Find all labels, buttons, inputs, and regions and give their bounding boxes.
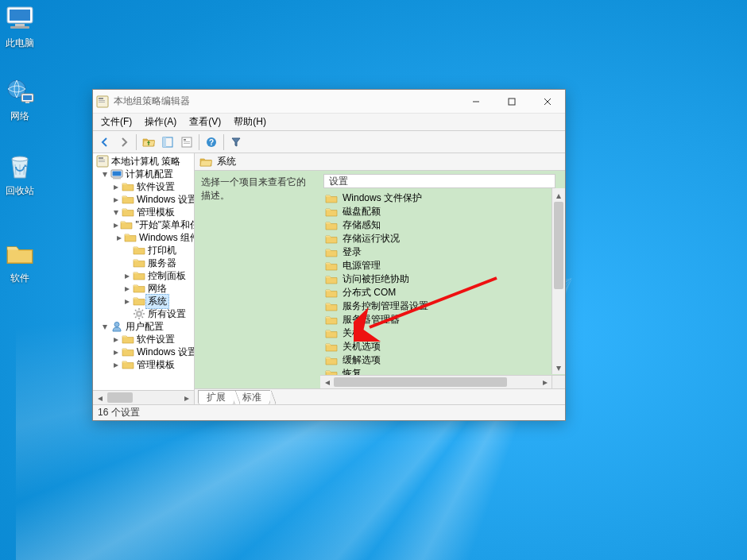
list-item[interactable]: Windows 文件保护 bbox=[323, 191, 551, 205]
list-item[interactable]: 关机选项 bbox=[323, 340, 551, 353]
show-hide-tree-button[interactable] bbox=[159, 133, 176, 151]
expand-icon[interactable]: ▸ bbox=[112, 195, 120, 203]
tree-user-config[interactable]: ▾ 用户配置 bbox=[96, 320, 195, 333]
expand-icon[interactable]: ▸ bbox=[112, 183, 120, 191]
close-button[interactable] bbox=[529, 90, 565, 113]
scroll-thumb[interactable] bbox=[107, 392, 133, 403]
svg-rect-29 bbox=[509, 98, 515, 105]
column-header-settings[interactable]: 设置 bbox=[323, 174, 555, 188]
tree-user-admin-templates[interactable]: ▸ 管理模板 bbox=[96, 358, 195, 371]
forward-button[interactable] bbox=[115, 133, 133, 151]
expand-icon[interactable]: ▸ bbox=[116, 234, 122, 241]
tree-control-panel[interactable]: ▸ 控制面板 bbox=[96, 269, 195, 282]
menu-action[interactable]: 操作(A) bbox=[138, 114, 183, 130]
list-item[interactable]: 缓解选项 bbox=[323, 353, 551, 367]
app-icon bbox=[96, 95, 109, 108]
description-column: 选择一个项目来查看它的描述。 bbox=[195, 171, 320, 388]
expand-icon[interactable]: ▸ bbox=[114, 221, 118, 229]
tree-user-software-settings[interactable]: ▸ 软件设置 bbox=[96, 333, 195, 346]
desktop-icon-recycle-bin[interactable]: 回收站 bbox=[0, 151, 48, 198]
tree-server[interactable]: 服务器 bbox=[96, 257, 195, 269]
tree-pane[interactable]: 本地计算机 策略 ▾ 计算机配置 ▸ 软件设置 bbox=[93, 153, 195, 404]
list-item[interactable]: 服务器管理器 bbox=[323, 313, 551, 326]
expand-icon[interactable]: ▸ bbox=[112, 335, 120, 343]
scroll-down-icon[interactable]: ▾ bbox=[552, 361, 565, 374]
list-item[interactable]: 存储运行状况 bbox=[323, 232, 551, 245]
up-button[interactable] bbox=[140, 133, 157, 151]
svg-rect-22 bbox=[10, 26, 29, 29]
scroll-right-icon[interactable]: ▸ bbox=[180, 391, 194, 404]
folder-icon bbox=[325, 246, 338, 259]
tree-start-menu[interactable]: ▸ "开始"菜单和任 bbox=[96, 218, 195, 231]
statusbar: 16 个设置 bbox=[93, 404, 565, 420]
expand-icon[interactable]: ▸ bbox=[112, 361, 120, 369]
maximize-button[interactable] bbox=[493, 90, 529, 113]
scroll-thumb[interactable] bbox=[334, 377, 507, 387]
titlebar[interactable]: 本地组策略编辑器 bbox=[93, 90, 565, 114]
list-item[interactable]: 存储感知 bbox=[323, 218, 551, 232]
tree-computer-config[interactable]: ▾ 计算机配置 bbox=[96, 168, 195, 180]
scroll-thumb[interactable] bbox=[554, 202, 563, 289]
scroll-left-icon[interactable]: ◂ bbox=[93, 391, 107, 404]
tree-root[interactable]: 本地计算机 策略 bbox=[96, 155, 195, 168]
svg-point-27 bbox=[12, 156, 28, 161]
recycle-bin-icon bbox=[4, 151, 36, 183]
expand-icon[interactable]: ▸ bbox=[123, 297, 131, 305]
this-pc-icon bbox=[4, 5, 36, 33]
expand-icon[interactable]: ▸ bbox=[112, 348, 120, 356]
folder-icon bbox=[325, 300, 338, 313]
expand-icon[interactable]: ▸ bbox=[123, 284, 131, 292]
desktop-icon-network[interactable]: 网络 bbox=[0, 76, 48, 123]
list-item[interactable]: 分布式 COM bbox=[323, 286, 551, 299]
tree-software-settings[interactable]: ▸ 软件设置 bbox=[96, 180, 195, 193]
folder-icon bbox=[325, 314, 338, 326]
list-item-label: 服务控制管理器设置 bbox=[343, 299, 428, 313]
tree-printers[interactable]: 打印机 bbox=[96, 244, 195, 257]
tree-windows-settings[interactable]: ▸ Windows 设置 bbox=[96, 193, 195, 206]
svg-rect-37 bbox=[184, 143, 190, 144]
menu-file[interactable]: 文件(F) bbox=[95, 114, 138, 130]
settings-list[interactable]: Windows 文件保护磁盘配额存储感知存储运行状况登录电源管理访问被拒绝协助分… bbox=[323, 191, 551, 388]
back-button[interactable] bbox=[96, 133, 114, 151]
tree-h-scrollbar[interactable]: ◂ ▸ bbox=[93, 390, 194, 404]
folder-icon bbox=[325, 341, 338, 353]
list-item[interactable]: 电源管理 bbox=[323, 259, 551, 272]
list-item[interactable]: 登录 bbox=[323, 245, 551, 259]
list-item[interactable]: 关机 bbox=[323, 326, 551, 340]
tree-user-windows-settings[interactable]: ▸ Windows 设置 bbox=[96, 346, 195, 358]
menu-help[interactable]: 帮助(H) bbox=[227, 114, 273, 130]
menu-view[interactable]: 查看(V) bbox=[183, 114, 227, 130]
minimize-button[interactable] bbox=[458, 90, 493, 113]
folder-icon bbox=[4, 240, 36, 268]
tree-windows-components[interactable]: ▸ Windows 组件 bbox=[96, 231, 195, 244]
scroll-up-icon[interactable]: ▴ bbox=[552, 188, 565, 202]
view-tabs: 扩展 标准 bbox=[195, 388, 565, 404]
list-item[interactable]: 磁盘配额 bbox=[323, 205, 551, 218]
scroll-right-icon[interactable]: ▸ bbox=[538, 376, 552, 388]
scroll-left-icon[interactable]: ◂ bbox=[320, 376, 334, 388]
help-button[interactable]: ? bbox=[203, 133, 220, 151]
tree-system[interactable]: ▸ 系统 bbox=[96, 295, 195, 307]
list-item-label: 服务器管理器 bbox=[343, 313, 400, 326]
status-text: 16 个设置 bbox=[98, 406, 140, 419]
list-item-label: 缓解选项 bbox=[343, 353, 381, 367]
desktop-icon-software[interactable]: 软件 bbox=[0, 238, 48, 285]
list-item[interactable]: 访问被拒绝协助 bbox=[323, 272, 551, 286]
gpedit-window: 本地组策略编辑器 文件(F) 操作(A) 查看(V) 帮助(H) bbox=[92, 89, 566, 421]
tab-extended[interactable]: 扩展 bbox=[198, 390, 234, 404]
collapse-icon[interactable]: ▾ bbox=[101, 170, 109, 178]
expand-icon[interactable]: ▸ bbox=[123, 272, 131, 280]
tree-all-settings[interactable]: 所有设置 bbox=[96, 307, 195, 320]
h-scrollbar[interactable]: ◂ ▸ bbox=[320, 375, 552, 388]
desktop-icon-this-pc[interactable]: 此电脑 bbox=[0, 3, 48, 50]
collapse-icon[interactable]: ▾ bbox=[112, 208, 120, 216]
filter-button[interactable] bbox=[227, 133, 245, 151]
tree-admin-templates[interactable]: ▾ 管理模板 bbox=[96, 206, 195, 218]
desktop-icon-label: 回收站 bbox=[0, 184, 48, 198]
v-scrollbar[interactable]: ▴ ▾ bbox=[552, 188, 565, 374]
collapse-icon[interactable]: ▾ bbox=[101, 322, 109, 330]
list-item[interactable]: 服务控制管理器设置 bbox=[323, 299, 551, 313]
desktop[interactable]: 此电脑 网络 回收站 软件 bbox=[0, 0, 747, 560]
properties-button[interactable] bbox=[178, 133, 195, 151]
svg-rect-26 bbox=[25, 102, 29, 103]
